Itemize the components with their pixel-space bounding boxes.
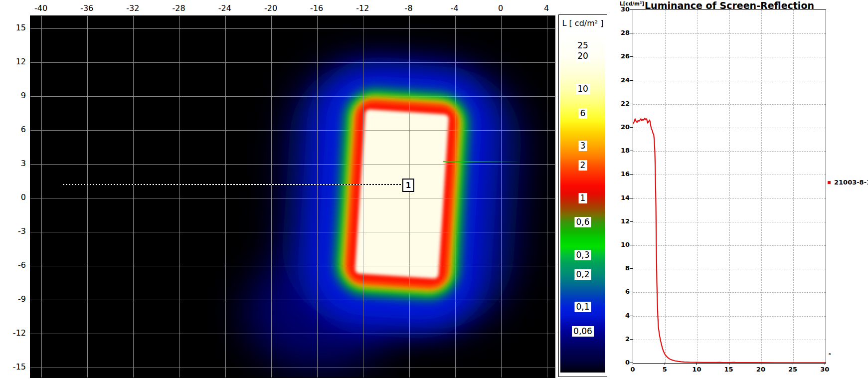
colorbar-gradient: 25201063210,60,30,20,10,06 (560, 32, 605, 373)
heatmap-gridline-vertical (547, 16, 547, 378)
chart-x-tick-label: 30 (815, 366, 835, 373)
heatmap-y-tick-label: -6 (5, 260, 26, 270)
heatmap-gridline-vertical (41, 16, 42, 378)
colorbar-tick-label: 0,2 (574, 269, 591, 280)
legend-series-label: 21003-8-1 (834, 179, 868, 186)
chart-y-tick-label: 6 (610, 288, 630, 295)
heatmap-gridline-horizontal (30, 266, 555, 266)
heatmap-y-tick-label: -12 (5, 328, 26, 338)
heatmap-x-tick-label: -24 (212, 3, 237, 13)
chart-y-tick-label: 14 (610, 194, 630, 201)
measure-point-marker[interactable]: 1 (402, 179, 414, 192)
heatmap-gridline-horizontal (30, 198, 555, 198)
luminance-measurement-window: 1 -40-36-32-28-24-20-16-12-8-40415129630… (0, 0, 868, 379)
colorbar-tick-label: 10 (576, 84, 590, 94)
chart-y-tick-mark (630, 268, 633, 269)
chart-y-tick-label: 20 (610, 123, 630, 131)
colorbar-tick-label: 6 (579, 108, 587, 119)
chart-x-tick-mark (696, 363, 697, 365)
heatmap-y-tick-label: 15 (5, 23, 26, 32)
chart-y-tick-mark (630, 33, 633, 33)
chart-x-tick-mark (665, 363, 665, 365)
heatmap-grid (30, 16, 555, 378)
colorbar-tick-label: 20 (576, 51, 590, 61)
heatmap-plot[interactable]: 1 (30, 15, 555, 378)
heatmap-y-tick-label: 0 (5, 192, 26, 202)
chart-y-tick-label: 16 (610, 170, 630, 178)
chart-x-tick-mark (793, 363, 793, 365)
heatmap-y-tick-label: -9 (5, 294, 26, 304)
x-axis-unit-label: ° (828, 352, 832, 359)
heatmap-gridline-vertical (501, 16, 502, 378)
chart-x-tick-label: 20 (751, 366, 771, 373)
colorbar-tick-label: 0,6 (574, 217, 591, 227)
heatmap-x-tick-label: -16 (304, 3, 329, 13)
legend-item[interactable]: 21003-8-1 (828, 179, 868, 186)
chart-x-tick-mark (825, 363, 825, 365)
heatmap-panel: 1 -40-36-32-28-24-20-16-12-8-40415129630… (0, 0, 558, 379)
colorbar-tick-label: 25 (576, 40, 590, 51)
heatmap-gridline-vertical (133, 16, 134, 378)
colorbar-tick-label: 3 (579, 141, 587, 151)
heatmap-gridline-vertical (87, 16, 88, 378)
heatmap-y-tick-label: -15 (5, 362, 26, 372)
heatmap-y-tick-label: 9 (5, 91, 26, 100)
heatmap-x-tick-label: -4 (442, 3, 467, 13)
chart-y-tick-mark (630, 292, 633, 292)
chart-y-tick-mark (630, 339, 633, 340)
chart-y-tick-mark (630, 56, 633, 57)
heatmap-x-tick-label: -36 (74, 3, 99, 13)
chart-y-tick-mark (630, 80, 633, 81)
chart-y-tick-label: 30 (610, 5, 630, 13)
heatmap-y-tick-label: 6 (5, 125, 26, 134)
chart-x-tick-mark (729, 363, 729, 365)
chart-y-tick-label: 24 (610, 76, 630, 84)
colorbar: L [ cd/m² ] 25201063210,60,30,20,10,06 (558, 14, 607, 377)
colorbar-tick-label: 2 (579, 160, 587, 171)
chart-x-tick-mark (633, 363, 633, 365)
heatmap-y-tick-label: 3 (5, 159, 26, 168)
legend-color-swatch (828, 181, 831, 184)
colorbar-tick-label: 0,3 (574, 250, 591, 260)
chart-y-tick-label: 4 (610, 312, 630, 319)
heatmap-gridline-vertical (225, 16, 226, 378)
series-21003-8-1-curve (633, 118, 825, 363)
chart-y-tick-mark (630, 221, 633, 222)
chart-y-tick-mark (630, 104, 633, 104)
chart-y-tick-label: 10 (610, 241, 630, 248)
heatmap-gridline-vertical (317, 16, 318, 378)
chart-y-tick-mark (630, 127, 633, 128)
line-chart-plot[interactable] (633, 9, 826, 364)
heatmap-gridline-horizontal (30, 96, 555, 97)
heatmap-gridline-horizontal (30, 334, 555, 334)
green-artifact-line (443, 161, 521, 162)
chart-y-tick-label: 0 (610, 359, 630, 366)
heatmap-gridline-horizontal (30, 130, 555, 131)
colorbar-tick-label: 0,1 (574, 302, 591, 312)
heatmap-x-tick-label: -20 (258, 3, 283, 13)
heatmap-y-tick-label: -3 (5, 226, 26, 236)
chart-y-tick-label: 28 (610, 29, 630, 36)
heatmap-gridline-vertical (455, 16, 456, 378)
scan-dotted-line (63, 184, 402, 185)
chart-y-tick-label: 26 (610, 52, 630, 60)
colorbar-tick-label: 1 (579, 193, 587, 203)
chart-y-tick-mark (630, 151, 633, 151)
chart-y-tick-label: 18 (610, 147, 630, 154)
chart-y-tick-mark (630, 198, 633, 198)
chart-y-tick-mark (630, 174, 633, 175)
luminance-curve (633, 10, 826, 363)
heatmap-x-tick-label: 0 (488, 3, 513, 13)
heatmap-gridline-horizontal (30, 300, 555, 300)
heatmap-gridline-vertical (179, 16, 180, 378)
chart-y-tick-label: 2 (610, 335, 630, 343)
heatmap-x-tick-label: -32 (120, 3, 145, 13)
heatmap-y-tick-label: 12 (5, 57, 26, 66)
chart-y-tick-label: 12 (610, 217, 630, 225)
chart-x-tick-label: 5 (655, 366, 675, 373)
heatmap-x-tick-label: -28 (167, 3, 191, 13)
heatmap-gridline-horizontal (30, 28, 555, 29)
heatmap-gridline-vertical (271, 16, 272, 378)
heatmap-gridline-vertical (363, 16, 363, 378)
chart-y-tick-label: 8 (610, 264, 630, 272)
